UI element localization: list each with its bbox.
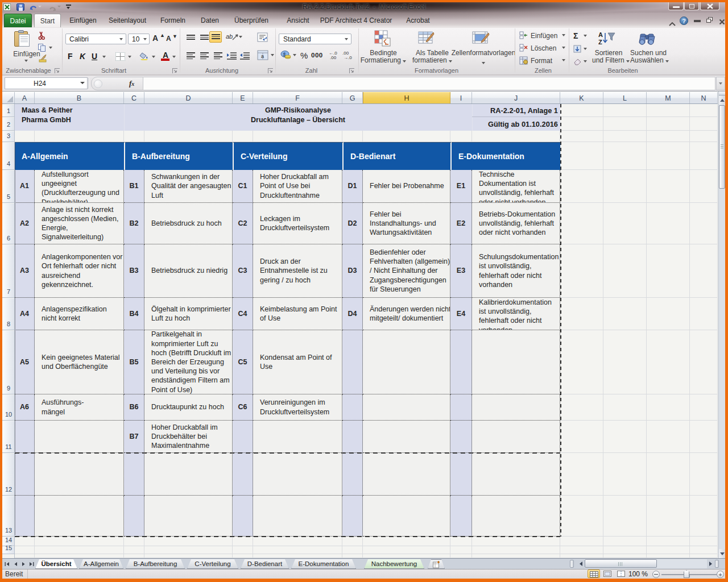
svg-text:a: a <box>261 53 264 59</box>
svg-text:Z: Z <box>598 39 602 45</box>
svg-text:A: A <box>598 31 603 38</box>
